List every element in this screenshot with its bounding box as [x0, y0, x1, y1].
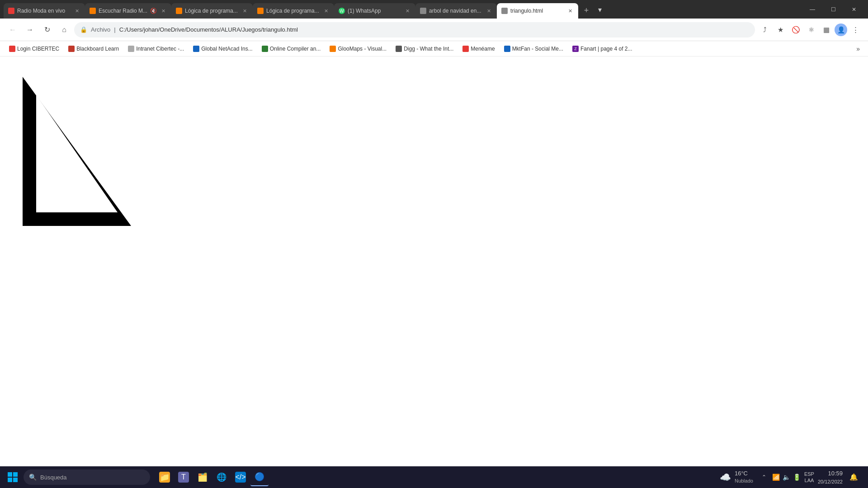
- chevron-up-icon[interactable]: ⌃: [757, 470, 771, 484]
- tab-close-arbol[interactable]: ✕: [485, 7, 492, 14]
- bookmark-label-digg: Digg - What the Int...: [404, 46, 453, 52]
- tab-label-triangulo: triangulo.html: [510, 8, 564, 14]
- tab-arbol[interactable]: arbol de navidad en... ✕: [415, 3, 497, 19]
- address-lock-icon: 🔒: [80, 26, 87, 33]
- bookmark-label-intranet: Intranet Cibertec -...: [136, 46, 184, 52]
- new-tab-button[interactable]: +: [580, 4, 593, 17]
- tab-logica1[interactable]: Lógica de programa... ✕: [171, 3, 253, 19]
- bookmark-login-cibertec[interactable]: Login CIBERTEC: [5, 44, 63, 54]
- start-button[interactable]: [4, 468, 22, 486]
- tab-close-logica1[interactable]: ✕: [241, 7, 248, 14]
- battery-icon[interactable]: 🔋: [793, 474, 801, 481]
- profile-button[interactable]: 👤: [835, 23, 847, 36]
- clock-time: 10:59: [818, 469, 843, 478]
- nav-right-icons: ⤴ ★ 🚫 ⚛ ▦ 👤 ⋮: [758, 23, 863, 37]
- bookmark-blackboard[interactable]: Blackboard Learn: [65, 44, 123, 54]
- adblocker-icon[interactable]: 🚫: [788, 23, 803, 37]
- bookmark-label-meneame: Menéame: [471, 46, 495, 52]
- bookmark-meneame[interactable]: Menéame: [459, 44, 498, 54]
- maximize-button[interactable]: ☐: [823, 2, 844, 17]
- weather-widget[interactable]: ☁️ 16°C Nublado: [720, 470, 753, 484]
- language-indicator[interactable]: ESP LAA: [804, 471, 814, 484]
- tab-list-button[interactable]: ▾: [593, 2, 607, 17]
- taskbar-vscode[interactable]: </>: [231, 468, 250, 486]
- forward-button[interactable]: →: [23, 23, 37, 37]
- bookmark-favicon-login: [9, 46, 15, 52]
- tab-whatsapp[interactable]: W (1) WhatsApp ✕: [334, 3, 415, 19]
- browser-window: Radio Moda en vivo ✕ Escuchar Radio M...…: [0, 0, 868, 488]
- file-explorer-icon: 📁: [159, 472, 170, 483]
- bookmark-favicon-blackboard: [68, 46, 75, 52]
- chrome-icon: 🔵: [254, 471, 265, 482]
- bookmark-favicon-meneame: [462, 46, 469, 52]
- weather-cloud-icon: ☁️: [720, 472, 731, 483]
- files-icon: 🗂️: [197, 472, 208, 483]
- notifications-button[interactable]: 🔔: [846, 470, 861, 484]
- weather-description: Nublado: [735, 478, 753, 484]
- back-button[interactable]: ←: [5, 23, 20, 37]
- tab-label-radio-moda: Radio Moda en vivo: [17, 8, 71, 14]
- taskbar-search[interactable]: 🔍 Búsqueda: [24, 469, 150, 485]
- network-icon[interactable]: 📶: [772, 474, 780, 481]
- tab-label-logica2: Lógica de programa...: [266, 8, 320, 14]
- tab-logica2[interactable]: Lógica de programa... ✕: [253, 3, 334, 19]
- bookmark-favicon-netacad: [193, 46, 199, 52]
- tab-label-arbol: arbol de navidad en...: [429, 8, 482, 14]
- bookmark-gloomaps[interactable]: GlooMaps - Visual...: [326, 44, 390, 54]
- bookmark-label-gloomaps: GlooMaps - Visual...: [338, 46, 387, 52]
- bookmark-mktfan[interactable]: MktFan - Social Me...: [500, 44, 567, 54]
- taskbar-chrome[interactable]: 🔵: [250, 468, 269, 486]
- tab-favicon-escuchar: [90, 8, 96, 14]
- volume-icon[interactable]: 🔈: [783, 474, 790, 481]
- bookmarks-more-button[interactable]: »: [854, 43, 863, 54]
- tab-favicon-whatsapp: W: [339, 8, 345, 14]
- minimize-button[interactable]: —: [802, 2, 823, 17]
- reload-button[interactable]: ↻: [40, 23, 54, 37]
- bookmark-star-button[interactable]: ★: [773, 23, 788, 37]
- bookmark-label-login: Login CIBERTEC: [17, 46, 59, 52]
- vscode-icon: </>: [235, 472, 246, 483]
- extensions-button[interactable]: ⚛: [804, 23, 818, 37]
- bookmark-intranet[interactable]: Intranet Cibertec -...: [124, 44, 188, 54]
- tab-close-logica2[interactable]: ✕: [322, 7, 330, 14]
- tab-triangulo[interactable]: triangulo.html ✕: [497, 3, 578, 19]
- menu-button[interactable]: ⋮: [848, 23, 863, 37]
- bookmark-label-compiler: Online Compiler an...: [270, 46, 321, 52]
- language-code: ESP: [804, 471, 814, 477]
- tab-close-whatsapp[interactable]: ✕: [404, 7, 411, 14]
- teams-icon: T: [178, 472, 189, 483]
- home-button[interactable]: ⌂: [57, 23, 71, 37]
- taskbar-teams[interactable]: T: [175, 468, 193, 486]
- tab-close-escuchar[interactable]: ✕: [160, 7, 167, 14]
- address-input[interactable]: [119, 26, 749, 33]
- taskbar-edge[interactable]: 🌐: [212, 468, 231, 486]
- tab-close-triangulo[interactable]: ✕: [566, 7, 574, 14]
- tab-favicon-radio-moda: [8, 8, 14, 14]
- share-button[interactable]: ⤴: [758, 23, 772, 37]
- windows-logo-icon: [8, 472, 18, 482]
- edge-icon: 🌐: [216, 472, 227, 483]
- svg-rect-6: [13, 472, 18, 477]
- clock-date: 20/12/2022: [818, 478, 843, 486]
- system-clock[interactable]: 10:59 20/12/2022: [818, 469, 843, 485]
- search-icon: 🔍: [29, 474, 37, 481]
- bookmark-digg[interactable]: Digg - What the Int...: [392, 44, 457, 54]
- tab-groups-button[interactable]: ▦: [819, 23, 834, 37]
- taskbar-file-explorer[interactable]: 📁: [156, 468, 174, 486]
- bookmark-netacad[interactable]: Global NetAcad Ins...: [189, 44, 256, 54]
- svg-rect-7: [8, 478, 12, 482]
- address-bar[interactable]: 🔒 Archivo |: [74, 22, 755, 38]
- taskbar-files[interactable]: 🗂️: [193, 468, 212, 486]
- tab-escuchar-radio[interactable]: Escuchar Radio M... 🔇 ✕: [85, 3, 171, 19]
- tab-bar: Radio Moda en vivo ✕ Escuchar Radio M...…: [0, 0, 868, 19]
- bookmark-favicon-intranet: [128, 46, 134, 52]
- tab-radio-moda[interactable]: Radio Moda en vivo ✕: [4, 3, 85, 19]
- svg-rect-5: [8, 472, 12, 477]
- taskbar-right: ☁️ 16°C Nublado ⌃ 📶 🔈 🔋 ESP LAA: [720, 469, 864, 485]
- close-button[interactable]: ✕: [844, 2, 864, 17]
- weather-temperature: 16°C: [735, 470, 753, 478]
- tab-favicon-arbol: [420, 8, 426, 14]
- bookmark-fanart[interactable]: Z Fanart | page 4 of 2...: [569, 44, 636, 54]
- bookmark-online-compiler[interactable]: Online Compiler an...: [258, 44, 325, 54]
- tab-close-radio-moda[interactable]: ✕: [73, 7, 80, 14]
